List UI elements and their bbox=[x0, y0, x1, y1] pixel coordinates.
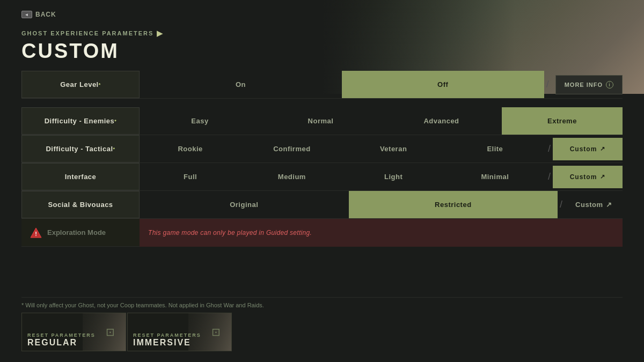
svg-text:!: ! bbox=[35, 231, 37, 237]
settings-container: Gear Level* On Off / MORE INFO i Difficu… bbox=[21, 71, 623, 297]
arrow-icon: ▶ bbox=[157, 29, 164, 38]
preset-immersive-card[interactable]: ⊡ RESET PARAMETERS IMMERSIVE bbox=[127, 313, 232, 351]
difficulty-tactical-custom-button[interactable]: Custom ↗ bbox=[553, 138, 623, 160]
divider: / bbox=[546, 143, 553, 154]
page-title: CUSTOM bbox=[21, 40, 623, 63]
exploration-mode-row: ! Exploration Mode This game mode can on… bbox=[21, 219, 623, 247]
difficulty-tactical-elite-button[interactable]: Elite bbox=[444, 135, 546, 162]
gear-level-options: On Off / MORE INFO i bbox=[140, 71, 623, 98]
difficulty-tactical-row: Difficulty - Tactical* Rookie Confirmed … bbox=[21, 135, 623, 163]
gear-level-row: Gear Level* On Off / MORE INFO i bbox=[21, 71, 623, 99]
external-link-icon: ↗ bbox=[600, 173, 605, 180]
difficulty-enemies-row: Difficulty - Enemies* Easy Normal Advanc… bbox=[21, 107, 623, 135]
social-bivouacs-original-button[interactable]: Original bbox=[140, 191, 349, 218]
difficulty-tactical-rookie-button[interactable]: Rookie bbox=[140, 135, 241, 162]
social-bivouacs-row: Social & Bivouacs Original Restricted / … bbox=[21, 191, 623, 219]
footnote: * Will only affect your Ghost, not your … bbox=[21, 297, 623, 313]
interface-row: Interface Full Medium Light Minimal / Cu… bbox=[21, 163, 623, 191]
gear-level-on-button[interactable]: On bbox=[140, 71, 342, 98]
back-icon: ◄ bbox=[21, 11, 32, 18]
interface-minimal-button[interactable]: Minimal bbox=[444, 163, 546, 190]
social-bivouacs-options: Original Restricted / Custom ↗ bbox=[140, 191, 623, 218]
divider: / bbox=[558, 199, 565, 210]
presets-bar: ⊡ RESET PARAMETERS REGULAR ⊡ RESET PARAM… bbox=[21, 313, 623, 351]
difficulty-enemies-advanced-button[interactable]: Advanced bbox=[381, 107, 502, 135]
interface-light-button[interactable]: Light bbox=[343, 163, 444, 190]
info-icon: i bbox=[606, 81, 613, 88]
preset-regular-card[interactable]: ⊡ RESET PARAMETERS REGULAR bbox=[21, 313, 126, 351]
interface-label: Interface bbox=[21, 163, 140, 190]
interface-custom-button[interactable]: Custom ↗ bbox=[553, 166, 623, 188]
social-bivouacs-label: Social & Bivouacs bbox=[21, 191, 140, 218]
difficulty-tactical-options: Rookie Confirmed Veteran Elite / Custom … bbox=[140, 135, 623, 162]
warning-triangle-icon: ! bbox=[30, 227, 42, 239]
gear-level-off-button[interactable]: Off bbox=[342, 71, 544, 98]
difficulty-enemies-label: Difficulty - Enemies* bbox=[21, 107, 140, 135]
divider: / bbox=[546, 171, 553, 182]
preset-regular-small-label: RESET PARAMETERS bbox=[27, 333, 120, 338]
spacer bbox=[21, 99, 623, 107]
difficulty-enemies-options: Easy Normal Advanced Extreme bbox=[140, 107, 623, 135]
difficulty-enemies-extreme-button[interactable]: Extreme bbox=[502, 107, 623, 135]
title-area: GHOST EXPERIENCE PARAMETERS ▶ CUSTOM bbox=[21, 29, 623, 63]
exploration-warning: This game mode can only be played in Gui… bbox=[140, 219, 623, 247]
difficulty-enemies-easy-button[interactable]: Easy bbox=[140, 107, 260, 135]
back-button[interactable]: ◄ BACK bbox=[21, 11, 623, 18]
difficulty-tactical-veteran-button[interactable]: Veteran bbox=[343, 135, 444, 162]
back-label: BACK bbox=[35, 11, 56, 18]
difficulty-enemies-normal-button[interactable]: Normal bbox=[260, 107, 381, 135]
external-link-icon: ↗ bbox=[600, 145, 605, 152]
preset-regular-large-label: REGULAR bbox=[27, 338, 120, 348]
subtitle: GHOST EXPERIENCE PARAMETERS ▶ bbox=[21, 29, 623, 38]
exploration-mode-label: Exploration Mode bbox=[47, 228, 106, 237]
interface-full-button[interactable]: Full bbox=[140, 163, 241, 190]
preset-immersive-large-label: IMMERSIVE bbox=[133, 338, 226, 348]
external-link-icon: ↗ bbox=[606, 201, 612, 209]
exploration-label: ! Exploration Mode bbox=[21, 219, 140, 247]
social-bivouacs-custom-button[interactable]: Custom ↗ bbox=[565, 191, 623, 218]
social-bivouacs-restricted-button[interactable]: Restricted bbox=[349, 191, 558, 218]
difficulty-tactical-confirmed-button[interactable]: Confirmed bbox=[241, 135, 342, 162]
interface-medium-button[interactable]: Medium bbox=[241, 163, 342, 190]
more-info-button[interactable]: MORE INFO i bbox=[555, 75, 623, 94]
preset-immersive-small-label: RESET PARAMETERS bbox=[133, 333, 226, 338]
gear-level-label: Gear Level* bbox=[21, 71, 140, 98]
divider: / bbox=[544, 79, 551, 90]
difficulty-tactical-label: Difficulty - Tactical* bbox=[21, 135, 140, 162]
interface-options: Full Medium Light Minimal / Custom ↗ bbox=[140, 163, 623, 190]
